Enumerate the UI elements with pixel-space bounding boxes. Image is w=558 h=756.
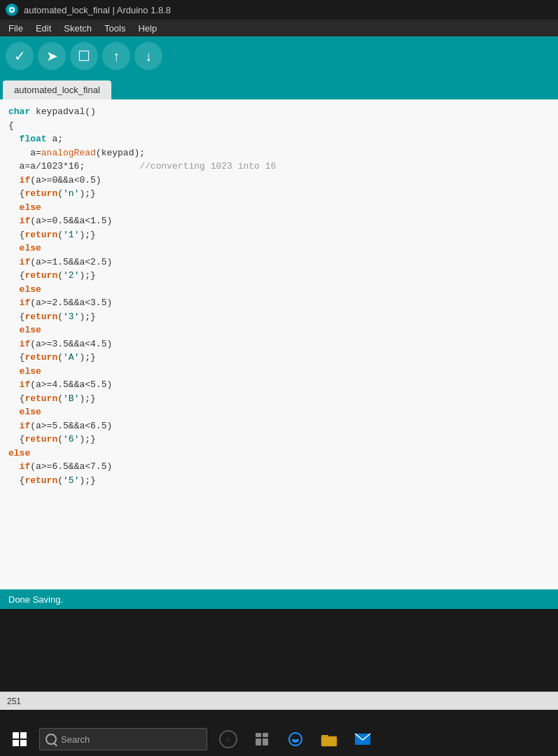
search-icon <box>46 734 57 745</box>
status-bar: Done Saving. <box>0 589 558 609</box>
start-button[interactable] <box>3 722 36 756</box>
code-line-15: if(a>=2.5&&a<3.5) <box>0 296 558 310</box>
code-line-8: else <box>0 201 558 215</box>
open-button[interactable]: ↑ <box>102 42 130 70</box>
code-line-2: { <box>0 119 558 133</box>
cortana-circle-icon: ○ <box>219 730 237 748</box>
svg-rect-2 <box>256 738 261 746</box>
code-line-17: else <box>0 323 558 337</box>
toolbar: ✓ ➤ ☐ ↑ ↓ <box>0 36 558 76</box>
code-line-10: {return('1');} <box>0 228 558 242</box>
code-line-9: if(a>=0.5&&a<1.5) <box>0 214 558 228</box>
svg-rect-1 <box>263 733 268 737</box>
line-number-bar: 251 <box>0 692 558 710</box>
code-line-28: {return('5');} <box>0 474 558 488</box>
code-editor[interactable]: char keypadval() { float a; a=analogRead… <box>0 99 558 589</box>
verify-button[interactable]: ✓ <box>6 42 34 70</box>
title-bar: automated_lock_final | Arduino 1.8.8 <box>0 0 558 20</box>
mail-icon[interactable] <box>347 724 378 755</box>
taskbar-search[interactable]: Search <box>39 728 207 750</box>
task-view-svg <box>254 732 270 747</box>
code-line-25: {return('6');} <box>0 433 558 447</box>
edge-icon[interactable] <box>280 724 311 755</box>
code-line-19: {return('A');} <box>0 351 558 365</box>
code-line-4: a=analogRead(keypad); <box>0 146 558 160</box>
menu-bar: File Edit Sketch Tools Help <box>0 20 558 36</box>
code-line-6: if(a>=0&&a<0.5) <box>0 174 558 188</box>
code-line-21: if(a>=4.5&&a<5.5) <box>0 378 558 392</box>
windows-logo-icon <box>13 732 27 746</box>
output-area <box>0 609 558 692</box>
taskbar-icons: ○ <box>213 724 378 755</box>
menu-file[interactable]: File <box>3 22 29 35</box>
code-line-1: char keypadval() <box>0 105 558 119</box>
code-line-16: {return('3');} <box>0 310 558 324</box>
code-line-12: if(a>=1.5&&a<2.5) <box>0 255 558 270</box>
task-view-icon[interactable] <box>246 724 277 755</box>
edge-svg <box>287 731 304 748</box>
code-line-20: else <box>0 365 558 379</box>
menu-help[interactable]: Help <box>132 22 162 35</box>
code-line-18: if(a>=3.5&&a<4.5) <box>0 337 558 351</box>
code-line-27: if(a>=6.5&&a<7.5) <box>0 460 558 474</box>
menu-sketch[interactable]: Sketch <box>58 22 97 35</box>
save-button[interactable]: ↓ <box>134 42 162 70</box>
file-explorer-icon[interactable] <box>314 724 344 755</box>
menu-edit[interactable]: Edit <box>30 22 57 35</box>
search-placeholder: Search <box>61 734 90 745</box>
code-line-14: else <box>0 283 558 297</box>
code-line-24: if(a>=5.5&&a<6.5) <box>0 419 558 433</box>
code-line-5: a=a/1023*16; //converting 1023 into 16 <box>0 160 558 174</box>
mail-svg <box>354 733 371 746</box>
line-number: 251 <box>7 696 21 706</box>
code-line-13: {return('2');} <box>0 269 558 283</box>
svg-rect-4 <box>321 736 337 746</box>
taskbar: Search ○ <box>0 722 558 756</box>
window-title: automated_lock_final | Arduino 1.8.8 <box>24 5 171 15</box>
new-button[interactable]: ☐ <box>70 42 98 70</box>
code-line-26: else <box>0 447 558 461</box>
svg-rect-3 <box>263 738 268 746</box>
tab-bar: automated_lock_final <box>0 76 558 99</box>
svg-rect-0 <box>256 733 261 737</box>
code-line-7: {return('n');} <box>0 187 558 201</box>
code-line-23: else <box>0 405 558 419</box>
cortana-icon[interactable]: ○ <box>213 724 244 755</box>
code-line-22: {return('B');} <box>0 392 558 406</box>
app-logo <box>6 4 18 16</box>
menu-tools[interactable]: Tools <box>99 22 131 35</box>
status-message: Done Saving. <box>8 594 63 605</box>
upload-button[interactable]: ➤ <box>38 42 66 70</box>
editor-tab[interactable]: automated_lock_final <box>3 80 111 99</box>
code-line-11: else <box>0 241 558 255</box>
file-explorer-svg <box>321 732 337 747</box>
code-line-3: float a; <box>0 132 558 146</box>
